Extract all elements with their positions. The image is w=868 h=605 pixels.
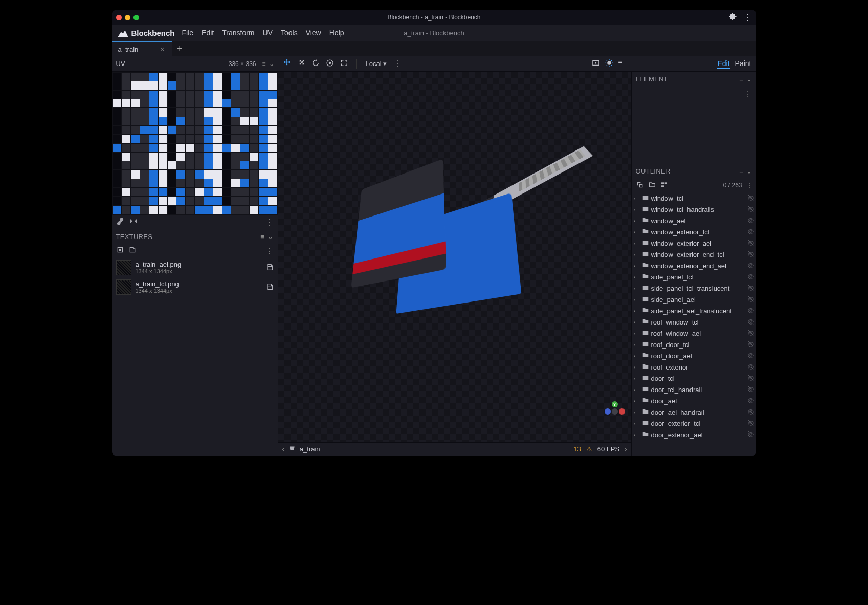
element-more-icon[interactable]: ⋮	[744, 89, 752, 99]
visibility-icon[interactable]	[747, 363, 754, 372]
pivot-tool-icon[interactable]	[325, 58, 335, 70]
3d-viewport[interactable]: Y	[278, 72, 631, 442]
visibility-icon[interactable]	[747, 295, 754, 304]
visibility-icon[interactable]	[747, 374, 754, 383]
visibility-icon[interactable]	[747, 307, 754, 315]
outliner-item[interactable]: › door_tcl	[632, 373, 756, 384]
mode-edit-tab[interactable]: Edit	[717, 59, 729, 69]
chevron-right-icon[interactable]: ›	[634, 353, 640, 359]
menu-tools[interactable]: Tools	[277, 27, 302, 39]
chevron-right-icon[interactable]: ›	[634, 421, 640, 426]
chevron-right-icon[interactable]: ›	[634, 342, 640, 348]
chevron-right-icon[interactable]: ›	[634, 274, 640, 280]
mode-paint-tab[interactable]: Paint	[735, 59, 751, 69]
visibility-icon[interactable]	[747, 273, 754, 282]
chevron-right-icon[interactable]: ›	[634, 241, 640, 246]
hamburger-icon[interactable]: ≡	[618, 58, 622, 70]
toggle-options-icon[interactable]	[660, 181, 669, 190]
outliner-item[interactable]: › door_exterior_tcl	[632, 418, 756, 429]
chevron-right-icon[interactable]: ›	[625, 445, 627, 453]
visibility-icon[interactable]	[747, 194, 754, 203]
outliner-item[interactable]: › window_ael	[632, 215, 756, 226]
uv-overlay-icon[interactable]: ≡	[262, 60, 265, 68]
visibility-icon[interactable]	[747, 385, 754, 394]
chevron-right-icon[interactable]: ›	[634, 364, 640, 370]
vertex-snap-icon[interactable]	[340, 58, 349, 70]
uv-editor[interactable]	[112, 72, 278, 215]
menu-uv[interactable]: UV	[259, 27, 277, 39]
mirror-icon[interactable]	[129, 217, 138, 227]
visibility-icon[interactable]	[747, 419, 754, 428]
maximize-window-button[interactable]	[133, 15, 139, 20]
outliner-item[interactable]: › window_exterior_tcl	[632, 226, 756, 237]
chevron-down-icon[interactable]: ⌄	[746, 167, 752, 175]
rotate-tool-icon[interactable]	[311, 58, 320, 70]
chevron-right-icon[interactable]: ›	[634, 387, 640, 393]
menu-view[interactable]: View	[302, 27, 325, 39]
outliner-item[interactable]: › side_panel_tcl	[632, 271, 756, 283]
outliner-item[interactable]: › door_tcl_handrail	[632, 384, 756, 395]
resize-tool-icon[interactable]	[297, 58, 306, 70]
outliner-item[interactable]: › door_ael	[632, 395, 756, 406]
visibility-icon[interactable]	[747, 397, 754, 405]
outliner-item[interactable]: › window_exterior_end_tcl	[632, 249, 756, 260]
axis-center-icon[interactable]	[612, 408, 618, 415]
outliner-item[interactable]: › door_exterior_ael	[632, 429, 756, 440]
visibility-icon[interactable]	[747, 250, 754, 259]
axis-y-icon[interactable]: Y	[612, 401, 618, 407]
transform-space-dropdown[interactable]: Local ▾	[364, 59, 389, 69]
chevron-right-icon[interactable]: ›	[634, 252, 640, 257]
warning-count[interactable]: 13	[573, 445, 581, 453]
outliner-item[interactable]: › window_exterior_end_ael	[632, 260, 756, 271]
visibility-icon[interactable]	[747, 262, 754, 270]
outliner-item[interactable]: › side_panel_tcl_translucent	[632, 283, 756, 294]
shading-icon[interactable]	[605, 58, 614, 70]
outliner-item[interactable]: › roof_window_ael	[632, 328, 756, 339]
chevron-right-icon[interactable]: ›	[634, 229, 640, 235]
create-texture-icon[interactable]	[128, 246, 137, 256]
visibility-icon[interactable]	[747, 217, 754, 225]
chevron-right-icon[interactable]: ›	[634, 432, 640, 438]
visibility-icon[interactable]	[747, 340, 754, 349]
add-group-icon[interactable]	[648, 181, 656, 190]
import-texture-icon[interactable]	[116, 246, 124, 256]
chevron-right-icon[interactable]: ›	[634, 331, 640, 336]
chevron-right-icon[interactable]: ›	[634, 207, 640, 212]
more-icon[interactable]: ⋮	[743, 12, 752, 23]
chevron-down-icon[interactable]: ⌄	[269, 60, 274, 68]
visibility-icon[interactable]	[747, 239, 754, 248]
axis-x-icon[interactable]	[619, 408, 625, 415]
minimize-window-button[interactable]	[125, 15, 130, 20]
save-icon[interactable]	[265, 283, 274, 292]
outliner-item[interactable]: › side_panel_ael_translucent	[632, 305, 756, 316]
visibility-icon[interactable]	[747, 329, 754, 338]
chevron-right-icon[interactable]: ›	[634, 376, 640, 381]
uv-more-icon[interactable]: ⋮	[265, 218, 274, 227]
menu-edit[interactable]: Edit	[197, 27, 218, 39]
chevron-right-icon[interactable]: ›	[634, 297, 640, 302]
outliner-item[interactable]: › side_panel_ael	[632, 294, 756, 305]
visibility-icon[interactable]	[747, 318, 754, 327]
new-tab-button[interactable]: +	[172, 41, 187, 56]
outliner-item[interactable]: › window_tcl	[632, 192, 756, 204]
visibility-icon[interactable]	[747, 408, 754, 417]
visibility-icon[interactable]	[747, 352, 754, 360]
outliner-item[interactable]: › window_exterior_ael	[632, 237, 756, 249]
add-cube-icon[interactable]	[636, 181, 644, 190]
textures-more-icon[interactable]: ⋮	[265, 246, 274, 256]
save-icon[interactable]	[265, 263, 274, 273]
close-icon[interactable]: ×	[159, 46, 166, 53]
outliner-item[interactable]: › door_ael_handrail	[632, 406, 756, 418]
chevron-left-icon[interactable]: ‹	[282, 445, 284, 453]
axis-gizmo[interactable]: Y	[605, 401, 625, 422]
chevron-down-icon[interactable]: ⌄	[746, 75, 752, 83]
chevron-right-icon[interactable]: ›	[634, 263, 640, 269]
close-window-button[interactable]	[116, 15, 122, 20]
outliner-item[interactable]: › window_tcl_handrails	[632, 204, 756, 215]
visibility-icon[interactable]	[747, 284, 754, 293]
screenshot-icon[interactable]	[591, 58, 600, 70]
chevron-down-icon[interactable]: ⌄	[268, 233, 273, 241]
link-icon[interactable]	[116, 217, 124, 227]
outliner-item[interactable]: › roof_door_ael	[632, 350, 756, 361]
menu-help[interactable]: Help	[325, 27, 348, 39]
